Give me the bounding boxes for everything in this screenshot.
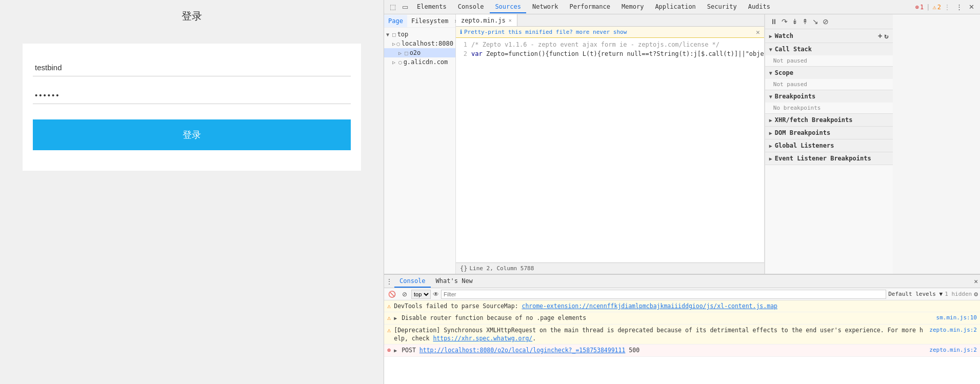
code-content[interactable]: 1 /* Zepto v1.1.6 - zepto event ajax for… bbox=[456, 38, 764, 262]
error-icon: ⊗ bbox=[915, 4, 919, 11]
watch-add-button[interactable]: + bbox=[878, 32, 882, 40]
hidden-count-badge: 1 hidden bbox=[945, 291, 972, 297]
tree-item-o2o[interactable]: ▷ □ o2o bbox=[384, 48, 455, 57]
scope-arrow: ▼ bbox=[769, 70, 772, 76]
error-icon-1: ⊗ bbox=[387, 346, 391, 354]
xhr-breakpoints-section: ▶ XHR/fetch Breakpoints bbox=[765, 114, 893, 127]
console-message-1: ⚠ DevTools failed to parse SourceMap: ch… bbox=[384, 300, 980, 312]
step-over-button[interactable]: ↷ bbox=[781, 16, 789, 27]
clear-console-button[interactable]: 🚫 bbox=[386, 290, 398, 299]
scope-section: ▼ Scope Not paused bbox=[765, 67, 893, 90]
call-stack-section: ▼ Call Stack Not paused bbox=[765, 43, 893, 67]
source-ref-2[interactable]: sm.min.js:10 bbox=[936, 314, 977, 322]
warn-icon: ⚠ bbox=[933, 4, 936, 11]
console-messages: ⚠ DevTools failed to parse SourceMap: ch… bbox=[384, 300, 980, 384]
filter-toggle-button[interactable]: ⊘ bbox=[400, 290, 409, 299]
dom-breakpoints-header[interactable]: ▶ DOM Breakpoints bbox=[765, 127, 893, 139]
breakpoints-header[interactable]: ▼ Breakpoints bbox=[765, 90, 893, 103]
console-tab[interactable]: Console bbox=[394, 275, 431, 288]
watch-refresh-button[interactable]: ↻ bbox=[884, 32, 888, 40]
folder-icon: □ bbox=[392, 31, 396, 38]
warn-count-badge[interactable]: ⚠ 2 bbox=[933, 4, 941, 11]
breakpoints-arrow: ▼ bbox=[769, 94, 772, 99]
sourcemap-link[interactable]: chrome-extension://ncennffkjdiamlpmcbajk… bbox=[522, 302, 777, 310]
global-arrow: ▶ bbox=[769, 143, 772, 149]
devtools-panel: ⬚ ▭ Elements Console Sources Network Per… bbox=[384, 0, 980, 384]
tree-arrow-o2o: ▷ bbox=[398, 50, 405, 56]
tab-memory[interactable]: Memory bbox=[616, 1, 649, 13]
global-listeners-header[interactable]: ▶ Global Listeners bbox=[765, 139, 893, 152]
close-devtools-button[interactable]: ✕ bbox=[966, 2, 977, 13]
source-ref-3[interactable]: zepto.min.js:2 bbox=[929, 326, 977, 334]
tree-item-localhost[interactable]: ▷ ○ localhost:8080 bbox=[384, 39, 455, 48]
watch-header[interactable]: ▶ Watch + ↻ bbox=[765, 29, 893, 43]
xhr-spec-link[interactable]: https://xhr.spec.whatwg.org/ bbox=[433, 335, 532, 342]
tree-item-top[interactable]: ▼ □ top bbox=[384, 30, 455, 39]
tab-audits[interactable]: Audits bbox=[743, 1, 775, 13]
console-filter-input[interactable] bbox=[441, 290, 886, 299]
event-listener-header[interactable]: ▶ Event Listener Breakpoints bbox=[765, 152, 893, 165]
console-settings-icon[interactable]: ⚙ bbox=[974, 290, 978, 298]
xhr-breakpoints-header[interactable]: ▶ XHR/fetch Breakpoints bbox=[765, 114, 893, 126]
tab-performance[interactable]: Performance bbox=[565, 1, 615, 13]
watch-arrow: ▶ bbox=[769, 33, 772, 39]
settings-icon[interactable]: ⋮ bbox=[953, 2, 965, 13]
login-button[interactable]: 登录 bbox=[33, 119, 351, 150]
file-tree: ▼ □ top ▷ ○ localhost:8080 ▷ □ o2o bbox=[384, 28, 455, 274]
console-drag-handle[interactable]: ⋮ bbox=[386, 278, 392, 285]
dom-breakpoints-section: ▶ DOM Breakpoints bbox=[765, 127, 893, 139]
tree-item-alicdn[interactable]: ▷ ○ g.alicdn.com bbox=[384, 57, 455, 67]
tab-console[interactable]: Console bbox=[453, 1, 489, 13]
warn-icon-1: ⚠ bbox=[387, 302, 391, 310]
console-context-selector[interactable]: top bbox=[411, 290, 431, 299]
post-link[interactable]: http://localhost:8080/o2o/local/loginche… bbox=[419, 347, 626, 354]
source-ref-4[interactable]: zepto.min.js:2 bbox=[929, 346, 977, 354]
device-icon[interactable]: ▭ bbox=[399, 2, 411, 13]
step-out-button[interactable]: ↟ bbox=[801, 16, 809, 27]
console-eye-icon[interactable]: 👁 bbox=[433, 291, 439, 298]
error-count-badge[interactable]: ⊗ 1 bbox=[915, 4, 924, 11]
editor-statusbar: {} Line 2, Column 5788 bbox=[456, 262, 764, 274]
expand-triangle-2[interactable]: ▶ bbox=[394, 315, 397, 321]
dom-arrow: ▶ bbox=[769, 130, 772, 136]
tab-network[interactable]: Network bbox=[527, 1, 564, 13]
folder-o2o-icon: □ bbox=[405, 50, 408, 56]
webpage-area: 登录 登录 bbox=[0, 0, 384, 384]
username-input[interactable] bbox=[33, 59, 351, 76]
whats-new-tab[interactable]: What's New bbox=[431, 275, 478, 288]
more-never-show-link[interactable]: more never show bbox=[576, 29, 627, 35]
event-listener-arrow: ▶ bbox=[769, 156, 772, 161]
devtools-main: Page Filesystem » ⋮ ▼ □ top ▷ ○ bbox=[384, 14, 980, 274]
step-into-button[interactable]: ↡ bbox=[791, 16, 799, 27]
editor-tabs-bar: zepto.min.js ✕ bbox=[456, 14, 764, 27]
inspect-icon[interactable]: ⬚ bbox=[387, 2, 398, 13]
sidebar-tab-row: Page Filesystem » ⋮ bbox=[384, 14, 455, 28]
tab-application[interactable]: Application bbox=[650, 1, 701, 13]
tab-page[interactable]: Page bbox=[384, 15, 407, 27]
format-icon[interactable]: {} bbox=[460, 265, 467, 272]
pause-resume-button[interactable]: ⏸ bbox=[769, 16, 778, 27]
close-pretty-print[interactable]: ✕ bbox=[756, 28, 760, 36]
step-button[interactable]: ↘ bbox=[811, 16, 819, 27]
expand-triangle-4[interactable]: ▶ bbox=[394, 348, 397, 353]
tab-elements[interactable]: Elements bbox=[412, 1, 452, 13]
debugger-panel: ⏸ ↷ ↡ ↟ ↘ ⊘ ▶ Watch + ↻ ▼ Cal bbox=[765, 14, 893, 274]
deactivate-breakpoints-button[interactable]: ⊘ bbox=[822, 16, 830, 27]
tab-filesystem[interactable]: Filesystem bbox=[407, 15, 452, 27]
editor-tab-zepto[interactable]: zepto.min.js ✕ bbox=[456, 14, 517, 26]
close-editor-tab[interactable]: ✕ bbox=[509, 17, 512, 23]
password-input[interactable] bbox=[33, 87, 351, 104]
default-levels-selector[interactable]: Default levels ▼ bbox=[888, 291, 943, 297]
warn-icon-2: ⚠ bbox=[387, 314, 391, 322]
tab-sources[interactable]: Sources bbox=[490, 1, 526, 13]
tab-security[interactable]: Security bbox=[702, 1, 742, 13]
console-tabs-bar: ⋮ Console What's New ✕ bbox=[384, 275, 980, 288]
close-console-button[interactable]: ✕ bbox=[974, 277, 978, 285]
console-toolbar: 🚫 ⊘ top 👁 Default levels ▼ 1 hidden ⚙ bbox=[384, 288, 980, 300]
tree-arrow-top: ▼ bbox=[386, 32, 392, 37]
tree-arrow-localhost: ▷ bbox=[392, 41, 396, 47]
call-stack-header[interactable]: ▼ Call Stack bbox=[765, 43, 893, 55]
warn-icon-3: ⚠ bbox=[387, 326, 391, 334]
sources-sidebar: Page Filesystem » ⋮ ▼ □ top ▷ ○ bbox=[384, 14, 765, 274]
scope-header[interactable]: ▼ Scope bbox=[765, 67, 893, 79]
